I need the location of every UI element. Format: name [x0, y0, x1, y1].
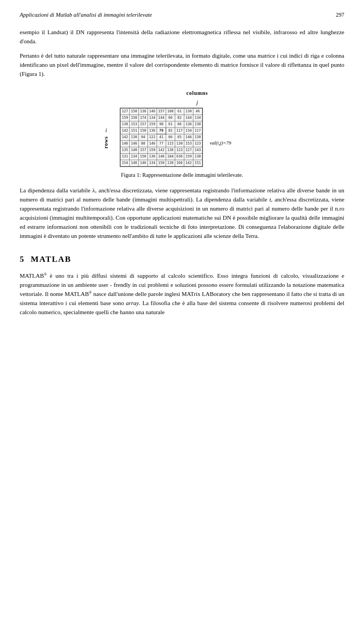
matrix-main-row: i rows 127150136146157108611304615915017…: [95, 108, 269, 167]
section-header-5: 5 MATLAB: [20, 253, 344, 266]
matrix-figure: columns j i rows 12715013614615710861130…: [95, 89, 269, 167]
matrix-left-labels: i rows: [95, 126, 118, 149]
columns-label: columns: [125, 89, 269, 98]
p4-text: MATLAB® è uno tra i più diffusi sistemi …: [20, 272, 344, 315]
page-header-title: Applicazioni di Matlab all'analisi di im…: [20, 11, 152, 19]
rows-label: rows: [102, 136, 110, 149]
page-number: 297: [336, 11, 345, 19]
page-header: Applicazioni di Matlab all'analisi di im…: [20, 11, 344, 19]
paragraph-2: Pertanto è del tutto naturale rappresent…: [20, 51, 344, 79]
paragraph-3: La dipendenza dalla variabile λ, anch'es…: [20, 186, 344, 241]
j-label: j: [125, 98, 269, 107]
section-number: 5: [20, 253, 24, 266]
paragraph-1: esempio il Landsat) il DN rappresenta l'…: [20, 28, 344, 46]
figure-1: columns j i rows 12715013614615710861130…: [20, 89, 344, 179]
val-label: val(i,j)=79: [210, 139, 231, 147]
figure-caption: Figura 1: Rappresentazione delle immagin…: [121, 171, 243, 179]
grid-table: 1271501361461571086113046159150174134144…: [120, 108, 202, 166]
section-title: MATLAB: [31, 253, 71, 266]
paragraph-4: MATLAB® è uno tra i più diffusi sistemi …: [20, 271, 344, 316]
i-label: i: [105, 126, 107, 135]
matrix-grid: 1271501361461571086113046159150174134144…: [120, 108, 203, 167]
matrix-right: val(i,j)=79: [206, 128, 231, 147]
